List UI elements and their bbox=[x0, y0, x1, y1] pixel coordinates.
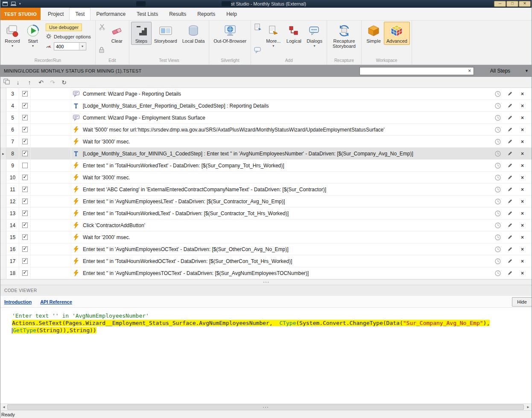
step-row[interactable]: ▸ 10 ✓ Wait for '3000' msec. × bbox=[0, 172, 532, 184]
step-enabled-checkbox[interactable]: ✓ bbox=[19, 231, 31, 243]
step-row[interactable]: ▸ 8 ✓ [Lodge_Monthly_Status_for_MINING_1… bbox=[0, 148, 532, 160]
dialogs-button[interactable]: Dialogs ▾ bbox=[304, 22, 325, 49]
step-timeout-icon[interactable] bbox=[494, 91, 501, 97]
execution-delay-dropdown-icon[interactable]: ▾ bbox=[79, 43, 85, 50]
step-enabled-checkbox[interactable]: ✓ bbox=[19, 88, 31, 99]
move-step-up-icon[interactable]: ↑ bbox=[26, 79, 33, 86]
edit-step-icon[interactable] bbox=[507, 258, 513, 264]
use-debugger-toggle[interactable]: Use debugger bbox=[46, 23, 82, 31]
step-row[interactable]: ▸ 7 ✓ Wait for '3000' msec. × bbox=[0, 136, 532, 148]
edit-step-icon[interactable] bbox=[507, 222, 513, 228]
edit-step-icon[interactable] bbox=[507, 138, 513, 145]
delete-step-icon[interactable]: × bbox=[519, 198, 526, 205]
start-dropdown-icon[interactable]: ▾ bbox=[32, 44, 34, 47]
filter-clear-icon[interactable]: × bbox=[466, 68, 474, 74]
introduction-link[interactable]: Introduction bbox=[4, 299, 32, 304]
delete-step-icon[interactable]: × bbox=[519, 210, 526, 216]
step-row[interactable]: ▸ 6 ✓ Wait '5000' msec for url:'https://… bbox=[0, 124, 532, 136]
delete-step-icon[interactable]: × bbox=[519, 258, 526, 264]
step-timeout-icon[interactable] bbox=[494, 138, 501, 145]
edit-step-icon[interactable] bbox=[507, 162, 513, 169]
step-timeout-icon[interactable] bbox=[494, 210, 501, 216]
execution-delay-input[interactable] bbox=[54, 44, 79, 49]
edit-step-icon[interactable] bbox=[507, 126, 513, 133]
menu-tab[interactable]: Project bbox=[42, 8, 69, 20]
step-row[interactable]: ▸ 15 ✓ Wait for '2000' msec. × bbox=[0, 231, 532, 243]
step-enabled-checkbox[interactable]: ✓ bbox=[19, 160, 31, 171]
delete-step-icon[interactable]: × bbox=[519, 222, 526, 228]
edit-step-icon[interactable] bbox=[507, 186, 513, 193]
delete-step-icon[interactable]: × bbox=[519, 162, 526, 169]
step-enabled-checkbox[interactable]: ✓ bbox=[19, 124, 31, 135]
step-enabled-checkbox[interactable]: ✓ bbox=[19, 136, 31, 147]
edit-step-icon[interactable] bbox=[507, 174, 513, 181]
app-icon[interactable] bbox=[3, 2, 8, 6]
lock-icon[interactable] bbox=[99, 47, 105, 55]
step-row[interactable]: ▸ 14 ✓ Click 'ContractorAddButton' × bbox=[0, 219, 532, 231]
api-reference-link[interactable]: API Reference bbox=[40, 299, 72, 304]
minimize-button[interactable]: ─ bbox=[494, 1, 506, 7]
add-comment-icon[interactable] bbox=[254, 47, 262, 55]
qat-chevron-down-icon[interactable]: ▾ bbox=[19, 2, 21, 6]
move-step-down-icon[interactable]: ↓ bbox=[14, 79, 22, 86]
menu-tab[interactable]: Results bbox=[164, 8, 192, 20]
step-row[interactable]: ▸ 17 ✓ Enter text '' in 'TotalHoursWorke… bbox=[0, 255, 532, 267]
record-button[interactable]: Record ▾ bbox=[2, 22, 23, 49]
clear-button[interactable]: Clear bbox=[107, 22, 127, 45]
refresh-steps-icon[interactable]: ↻ bbox=[60, 79, 68, 86]
app-menu-button[interactable]: TEST STUDIO bbox=[0, 8, 41, 20]
step-row[interactable]: ▸ 12 ✓ Enter text '' in 'AvgNumEmployees… bbox=[0, 196, 532, 208]
step-enabled-checkbox[interactable]: ✓ bbox=[19, 219, 31, 231]
step-enabled-checkbox[interactable]: ✓ bbox=[19, 184, 31, 195]
edit-step-icon[interactable] bbox=[507, 198, 513, 205]
step-row[interactable]: ▸ 18 ✓ Enter text '' in 'AvgNumEmployees… bbox=[0, 267, 532, 279]
step-enabled-checkbox[interactable]: ✓ bbox=[19, 255, 31, 267]
delete-step-icon[interactable]: × bbox=[519, 246, 526, 252]
menu-tab[interactable]: Help bbox=[221, 8, 243, 20]
step-enabled-checkbox[interactable]: ✓ bbox=[19, 112, 31, 123]
step-timeout-icon[interactable] bbox=[494, 102, 501, 109]
delete-step-icon[interactable]: × bbox=[519, 150, 526, 157]
menu-tab[interactable]: Performance bbox=[91, 8, 131, 20]
step-timeout-icon[interactable] bbox=[494, 198, 501, 205]
edit-step-icon[interactable] bbox=[507, 270, 513, 276]
add-coded-step-icon[interactable] bbox=[254, 23, 262, 33]
steps-view-button[interactable]: Steps bbox=[131, 22, 152, 45]
step-row[interactable]: ▸ 4 ✓ [Lodge_Monthly_Status_Enter_Report… bbox=[0, 100, 532, 112]
step-timeout-icon[interactable] bbox=[494, 150, 501, 157]
scroll-left-icon[interactable]: ◄ bbox=[0, 404, 7, 410]
record-dropdown-icon[interactable]: ▾ bbox=[12, 44, 13, 47]
edit-step-icon[interactable] bbox=[507, 102, 513, 109]
edit-step-icon[interactable] bbox=[507, 234, 513, 240]
horizontal-scrollbar[interactable]: ◄ ► bbox=[0, 403, 532, 410]
pane-splitter[interactable] bbox=[0, 279, 532, 285]
delete-step-icon[interactable]: × bbox=[519, 126, 526, 133]
device-icon[interactable] bbox=[11, 2, 16, 6]
step-enabled-checkbox[interactable]: ✓ bbox=[19, 243, 31, 255]
delete-step-icon[interactable]: × bbox=[519, 270, 526, 276]
storyboard-view-button[interactable]: Storyboard bbox=[152, 22, 180, 45]
delete-step-icon[interactable]: × bbox=[519, 91, 526, 97]
step-row[interactable]: ▸ 13 ✓ Enter text '' in 'TotalHoursWorke… bbox=[0, 208, 532, 219]
recapture-storyboard-button[interactable]: Recapture Storyboard bbox=[329, 22, 360, 50]
undo-icon[interactable]: ↶ bbox=[37, 79, 45, 86]
local-data-view-button[interactable]: Local Data bbox=[180, 22, 208, 45]
scrollbar-thumb[interactable] bbox=[7, 404, 524, 410]
close-button[interactable]: ✕ bbox=[519, 1, 531, 7]
filter-scope-chevron-down-icon[interactable]: ▼ bbox=[525, 69, 530, 73]
step-timeout-icon[interactable] bbox=[494, 270, 501, 276]
dialogs-dropdown-icon[interactable]: ▾ bbox=[314, 44, 316, 47]
start-button[interactable]: Start ▾ bbox=[23, 22, 43, 49]
edit-step-icon[interactable] bbox=[507, 150, 513, 157]
scroll-right-icon[interactable]: ► bbox=[525, 404, 532, 410]
debugger-options-button[interactable]: Debugger options bbox=[46, 33, 91, 40]
menu-tab[interactable]: Test bbox=[69, 8, 91, 20]
step-timeout-icon[interactable] bbox=[494, 222, 501, 228]
step-timeout-icon[interactable] bbox=[494, 234, 501, 240]
step-enabled-checkbox[interactable]: ✓ bbox=[19, 100, 31, 111]
steps-filter-input[interactable] bbox=[360, 68, 466, 73]
advanced-workspace-button[interactable]: Advanced bbox=[384, 22, 410, 45]
maximize-button[interactable]: □ bbox=[506, 1, 518, 7]
edit-step-icon[interactable] bbox=[507, 91, 513, 97]
delete-step-icon[interactable]: × bbox=[519, 138, 526, 145]
